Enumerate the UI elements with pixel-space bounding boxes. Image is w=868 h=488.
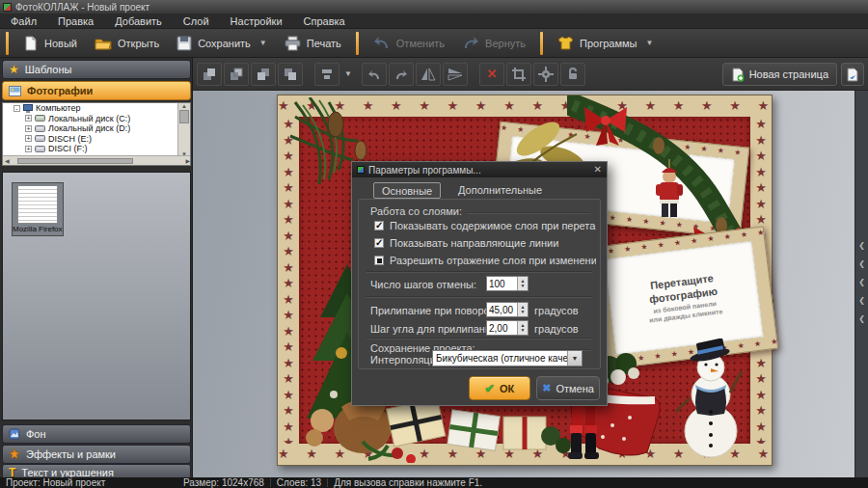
send-to-back-button[interactable] xyxy=(278,63,303,86)
tree-horizontal-scrollbar[interactable]: ◀▶ xyxy=(3,155,191,165)
align-dropdown-caret[interactable]: ▼ xyxy=(344,69,352,78)
redo-button[interactable]: Вернуть xyxy=(453,33,534,53)
check-icon: ✔ xyxy=(485,382,495,395)
delete-layer-button[interactable]: ✕ xyxy=(479,63,504,86)
right-panel-handle[interactable]: ❮ ❮ ❮ ❮ ❮ xyxy=(854,91,868,477)
snap-rotate-spinner[interactable]: ▲▼ xyxy=(486,302,529,317)
send-backward-button[interactable] xyxy=(251,63,276,86)
sidebar-section-templates[interactable]: ★ Шаблоны xyxy=(2,60,191,79)
checkbox-row-mirror[interactable]: Разрешить отражение слоя при изменении е… xyxy=(374,255,596,266)
open-button[interactable]: Открыть xyxy=(86,33,168,54)
checkbox-row-drag[interactable]: Показывать содержимое слоя при перетаски… xyxy=(374,220,596,231)
align-button[interactable] xyxy=(314,63,339,86)
dialog-icon xyxy=(357,166,365,174)
snap-angle-spinner[interactable]: ▲▼ xyxy=(486,320,529,336)
separator-line xyxy=(366,271,592,273)
tree-item-computer[interactable]: - Компьютер xyxy=(3,103,190,114)
dropdown-arrow-icon[interactable]: ▼ xyxy=(567,351,582,366)
save-dropdown-caret[interactable]: ▼ xyxy=(259,39,267,47)
snap-rotate-unit: градусов xyxy=(534,305,579,316)
checkbox-checked-icon[interactable] xyxy=(374,238,384,248)
flip-horizontal-button[interactable] xyxy=(416,63,441,86)
sidebar-section-effects[interactable]: Эффекты и рамки xyxy=(2,445,191,464)
santa-ornament-layer[interactable] xyxy=(647,159,692,223)
thumbnail-label: Mozilla Firefox... xyxy=(13,225,63,233)
rotate-right-button[interactable] xyxy=(389,63,414,86)
sidebar-section-photos[interactable]: Фотографии xyxy=(2,81,191,100)
tree-vertical-scrollbar[interactable]: ▲▼ xyxy=(177,103,190,157)
checkbox-row-guides[interactable]: Показывать направляющие линии xyxy=(374,237,596,249)
status-bar: Проект: Новый проект Размер: 1024x768 Сл… xyxy=(0,477,868,488)
crop-button[interactable] xyxy=(506,63,531,86)
print-button-label: Печать xyxy=(307,38,341,49)
programs-dropdown-caret[interactable]: ▼ xyxy=(645,39,653,47)
bring-forward-icon xyxy=(229,67,244,82)
cancel-button[interactable]: ✖ Отмена xyxy=(536,376,600,400)
sidebar-section-background[interactable]: Фон xyxy=(2,424,191,444)
snowman-layer[interactable] xyxy=(676,339,748,460)
expand-icon[interactable]: + xyxy=(25,115,32,122)
undo-button[interactable]: Отменить xyxy=(365,33,453,53)
menu-file[interactable]: Файл xyxy=(0,15,47,27)
menu-edit[interactable]: Правка xyxy=(47,15,104,27)
checkbox-drag-label: Показывать содержимое слоя при перетаски… xyxy=(390,220,596,231)
status-size: Размер: 1024x768 xyxy=(177,477,270,488)
new-document-icon xyxy=(23,36,39,51)
rotate-left-button[interactable] xyxy=(362,63,387,86)
programs-button-label: Программы xyxy=(580,38,637,49)
flip-vertical-button[interactable] xyxy=(443,63,468,86)
ok-button[interactable]: ✔ ОК xyxy=(469,376,530,400)
computer-icon xyxy=(23,104,33,113)
snap-rotate-label: Прилипание при повороте кажды xyxy=(370,305,488,316)
spinner-arrows-icon[interactable]: ▲▼ xyxy=(517,321,528,335)
layer-settings-button[interactable] xyxy=(533,63,558,86)
tab-additional[interactable]: Дополнительные xyxy=(450,182,550,199)
new-page-button[interactable]: Новая страница xyxy=(722,63,837,86)
program-settings-dialog: Параметры программы... ✕ Основные Дополн… xyxy=(351,161,608,406)
bring-to-front-button[interactable] xyxy=(197,63,222,86)
snap-angle-label: Шаг угла для прилипания: xyxy=(370,323,500,335)
print-button[interactable]: Печать xyxy=(276,33,350,54)
undo-button-label: Отменить xyxy=(396,38,445,49)
spinner-arrows-icon[interactable]: ▲▼ xyxy=(517,277,528,290)
new-button[interactable]: Новый xyxy=(14,33,86,54)
programs-button[interactable]: Программы ▼ xyxy=(549,33,662,53)
photo-thumbnail[interactable]: Mozilla Firefox... xyxy=(12,182,64,236)
tree-item-disk-c[interactable]: + Локальный диск (C:) xyxy=(3,114,190,124)
page-options-button[interactable] xyxy=(841,63,864,86)
dialog-close-button[interactable]: ✕ xyxy=(594,165,602,175)
checkbox-checked-icon[interactable] xyxy=(374,221,384,230)
interpolation-dropdown[interactable]: Бикубическая (отличное качество) ▼ xyxy=(432,350,583,366)
nutcracker-layer[interactable] xyxy=(566,400,601,460)
menu-layer[interactable]: Слой xyxy=(173,15,220,27)
spinner-arrows-icon[interactable]: ▲▼ xyxy=(517,303,528,316)
collapse-icon[interactable]: - xyxy=(14,105,20,112)
expand-icon[interactable]: + xyxy=(25,146,32,152)
bring-forward-button[interactable] xyxy=(224,63,249,86)
menu-add[interactable]: Добавить xyxy=(104,15,173,27)
undo-steps-input[interactable] xyxy=(487,277,517,290)
expand-icon[interactable]: + xyxy=(25,135,32,142)
photos-label: Фотографии xyxy=(27,85,93,96)
checkbox-mirror-label: Разрешить отражение слоя при изменении е… xyxy=(390,255,596,266)
scroll-thumb[interactable] xyxy=(17,158,133,164)
rotate-right-icon xyxy=(393,68,409,81)
group-layers: Работа со слоями: xyxy=(368,205,590,217)
toolbar-separator xyxy=(356,32,359,55)
undo-steps-spinner[interactable]: ▲▼ xyxy=(486,276,529,291)
checkbox-unchecked-icon[interactable] xyxy=(374,256,384,265)
dialog-title-bar[interactable]: Параметры программы... ✕ xyxy=(352,162,607,177)
lock-layer-button[interactable] xyxy=(560,63,585,86)
tree-item-disk-e[interactable]: + DISCH (E:) xyxy=(3,134,190,145)
tab-general[interactable]: Основные xyxy=(373,182,441,199)
menu-help[interactable]: Справка xyxy=(293,15,356,27)
lock-icon xyxy=(566,67,580,81)
scroll-thumb[interactable] xyxy=(179,110,189,123)
save-button[interactable]: Сохранить ▼ xyxy=(168,33,276,54)
menu-settings[interactable]: Настройки xyxy=(220,15,293,27)
snap-rotate-input[interactable] xyxy=(487,303,517,316)
tree-item-disk-d[interactable]: + Локальный диск (D:) xyxy=(3,123,190,134)
tree-item-disk-f[interactable]: + DISCI (F:) xyxy=(3,144,190,154)
snap-angle-input[interactable] xyxy=(487,321,517,335)
expand-icon[interactable]: + xyxy=(25,125,32,132)
